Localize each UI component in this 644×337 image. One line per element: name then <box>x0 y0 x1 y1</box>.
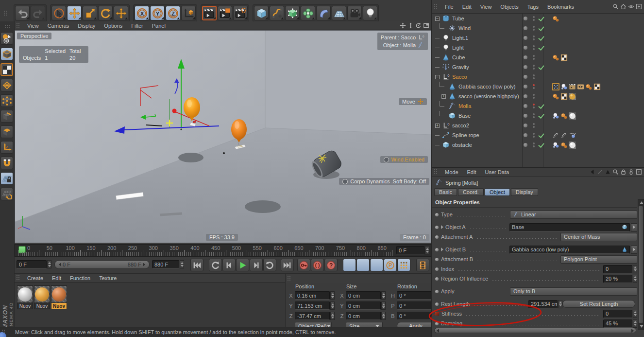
polygons-mode-button[interactable] <box>0 125 13 138</box>
enable-axis-modification-button[interactable] <box>0 141 13 154</box>
move-tool-button[interactable] <box>67 6 82 20</box>
record-scale-button[interactable] <box>356 259 370 271</box>
tab-basic[interactable]: Basic <box>434 188 457 196</box>
stiffness-spinner[interactable] <box>633 310 637 318</box>
set-rest-length-button[interactable]: Set Rest Length <box>562 300 635 308</box>
points-mode-button[interactable] <box>0 94 13 107</box>
home-icon[interactable] <box>620 3 627 10</box>
keyframe-set-icon[interactable] <box>435 312 439 316</box>
frame-spinner[interactable] <box>425 246 429 254</box>
material-menu-create[interactable]: Create <box>23 274 48 282</box>
damping-input[interactable]: 45 % <box>603 319 632 328</box>
enabled-toggle[interactable] <box>538 122 545 129</box>
lock-x-axis-button[interactable]: X <box>135 6 149 20</box>
tree-item-sacco[interactable]: −0Sacco <box>432 72 644 82</box>
enabled-toggle[interactable] <box>538 25 545 32</box>
layer-dot-icon[interactable] <box>524 55 527 59</box>
magnifier-icon[interactable] <box>612 3 619 10</box>
dyn-tag-icon[interactable] <box>552 142 559 149</box>
uvw-tag-icon[interactable] <box>593 83 601 90</box>
object-a-link-field[interactable]: Base <box>509 223 630 231</box>
hud-dynamics-toggle[interactable]: Corpo Dynamics .Soft Body: Off <box>339 178 429 185</box>
goto-start-button[interactable] <box>190 259 203 271</box>
tab-display[interactable]: Display <box>511 188 538 196</box>
layer-dot-icon[interactable] <box>524 36 527 40</box>
enabled-toggle[interactable] <box>538 15 545 22</box>
keyframe-dot-icon[interactable] <box>435 322 439 325</box>
rotate-tool-button[interactable] <box>98 6 113 20</box>
cloth-tag-icon[interactable] <box>569 83 576 90</box>
tree-item-molla[interactable]: Molla <box>432 101 644 111</box>
viewport-menu-panel[interactable]: Panel <box>148 22 170 30</box>
add-light-button[interactable] <box>363 6 377 20</box>
plusbox-icon[interactable] <box>636 3 642 10</box>
tree-item-obstacle[interactable]: obstacle <box>432 140 644 150</box>
timeline-frame-field[interactable]: 0 F <box>396 246 429 254</box>
viewport-menu-grip[interactable] <box>16 22 20 29</box>
visibility-dots-icon[interactable] <box>533 104 535 108</box>
keyframe-dot-icon[interactable] <box>435 226 439 229</box>
visibility-dots-icon[interactable] <box>533 84 535 89</box>
play-loop-button[interactable] <box>263 259 276 271</box>
plusbox-icon[interactable] <box>636 169 642 175</box>
add-environment-button[interactable] <box>332 6 346 20</box>
layer-dot-icon[interactable] <box>524 133 527 137</box>
keyframe-dot-icon[interactable] <box>435 248 439 251</box>
attribute-hscrollbar[interactable] <box>434 328 636 333</box>
tree-item-sacco2[interactable]: +0sacco2 <box>432 121 644 130</box>
record-keyframe-button[interactable] <box>297 259 310 271</box>
coordinate-spinner[interactable] <box>381 302 386 310</box>
phong-tag-icon[interactable] <box>552 93 559 100</box>
om-menu-view[interactable]: View <box>476 3 496 11</box>
object-b-link-field[interactable]: Gabbia sacco (low poly) <box>509 246 630 254</box>
autokeying-button[interactable]: ( ) <box>311 259 324 271</box>
goldmat-tag-icon[interactable] <box>569 93 576 100</box>
tab-coord[interactable]: Coord. <box>458 188 484 196</box>
coordinate-input[interactable]: 0 ° <box>397 302 432 310</box>
om-menu-grip[interactable] <box>434 3 438 10</box>
tree-item-light-1[interactable]: Light.1 <box>432 33 644 43</box>
expander-icon[interactable] <box>441 248 443 251</box>
attachment-b-dropdown[interactable]: Polygon Point <box>560 255 637 264</box>
layer-dot-icon[interactable] <box>524 104 527 108</box>
layer-dot-icon[interactable] <box>524 65 527 69</box>
coordinate-input[interactable]: 0 ° <box>397 291 432 300</box>
visibility-dots-icon[interactable] <box>533 35 535 40</box>
keyframe-dot-icon[interactable] <box>435 258 439 261</box>
add-subdivision-button[interactable] <box>285 6 300 20</box>
toggle-ring-icon[interactable] <box>384 157 389 162</box>
visibility-dots-icon[interactable] <box>533 16 535 21</box>
phong-tag-icon[interactable] <box>552 54 559 61</box>
redo-button[interactable] <box>31 6 45 20</box>
link-picker-button[interactable] <box>631 246 637 254</box>
live-selection-button[interactable] <box>51 6 66 20</box>
stiffness-input[interactable]: 0 <box>603 310 632 318</box>
lock-z-axis-button[interactable]: Z <box>166 6 180 20</box>
toolbar-grip[interactable] <box>3 10 8 17</box>
add-spline-button[interactable] <box>270 6 284 20</box>
layer-dot-icon[interactable] <box>524 94 527 98</box>
visibility-dots-icon[interactable] <box>533 94 535 99</box>
index-spinner[interactable] <box>633 265 637 273</box>
range-right-arrow-icon[interactable] <box>143 263 145 266</box>
om-menu-tags[interactable]: Tags <box>523 3 543 11</box>
layer-dot-icon[interactable] <box>524 17 527 20</box>
material-thumbnail[interactable] <box>34 285 50 303</box>
coordinate-spinner[interactable] <box>330 302 335 310</box>
eyeico-icon[interactable] <box>628 3 634 10</box>
arrowUp-icon[interactable] <box>605 169 611 175</box>
layer-dot-icon[interactable] <box>524 143 527 147</box>
whitemat-tag-icon[interactable] <box>569 142 576 149</box>
coordinate-input[interactable]: 0 cm <box>346 302 381 310</box>
pointsel-tag-icon[interactable] <box>552 83 559 90</box>
keyframe-selection-button[interactable] <box>416 259 429 271</box>
last-used-tool-button[interactable] <box>114 6 128 20</box>
viewport-menu-filter[interactable]: Filter <box>127 22 147 30</box>
enabled-toggle[interactable] <box>538 35 545 41</box>
play-reverse-button[interactable] <box>209 259 222 271</box>
layer-dot-icon[interactable] <box>524 26 527 30</box>
texture-mode-button[interactable] <box>0 63 13 76</box>
eyetag-tag-icon[interactable] <box>577 83 584 90</box>
make-editable-button[interactable] <box>0 32 13 45</box>
material-thumbnail[interactable] <box>51 285 67 303</box>
